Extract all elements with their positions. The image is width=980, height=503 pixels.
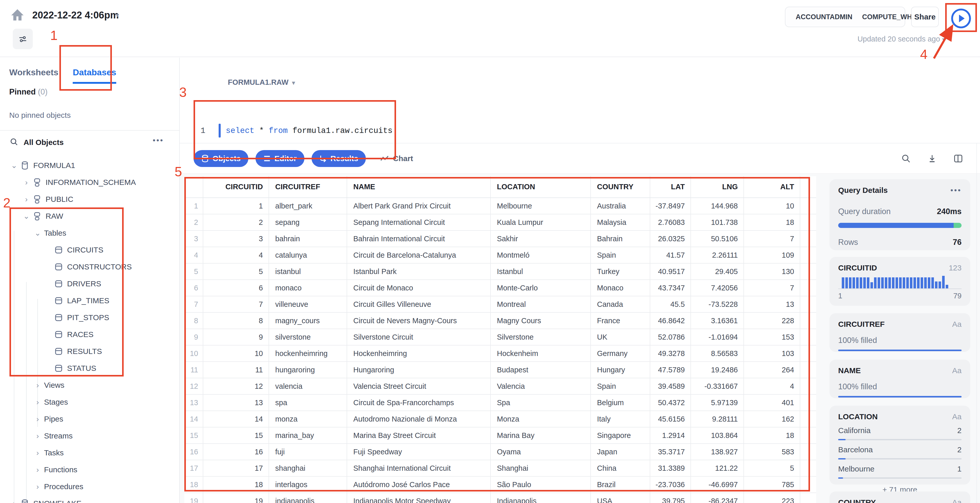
cell[interactable]: -46.6997 <box>691 476 744 493</box>
table-row[interactable]: 1515marina_bayMarina Bay Street CircuitM… <box>185 427 816 444</box>
table-row[interactable]: 55istanbulIstanbul ParkIstanbulTurkey40.… <box>185 263 816 280</box>
cell[interactable]: -86.2347 <box>691 493 744 503</box>
tree-item-stages[interactable]: ›Stages <box>0 394 179 411</box>
cell[interactable]: USA <box>590 493 650 503</box>
cell[interactable] <box>800 427 816 444</box>
column-header-lng[interactable]: LNG <box>691 176 744 198</box>
cell[interactable]: monza <box>269 411 347 427</box>
cell[interactable]: Marina Bay Street Circuit <box>347 427 490 444</box>
cell[interactable]: 3 <box>185 231 203 247</box>
tree-item-circuits[interactable]: CIRCUITS <box>0 242 179 258</box>
cell[interactable]: 12 <box>185 378 203 395</box>
cell[interactable] <box>800 280 816 296</box>
cell[interactable]: 19 <box>203 493 269 503</box>
chevron-right-icon[interactable]: › <box>22 196 30 203</box>
chevron-right-icon[interactable]: › <box>34 381 41 389</box>
cell[interactable]: villeneuve <box>269 296 347 312</box>
tree-item-tasks[interactable]: ›Tasks <box>0 444 179 461</box>
cell[interactable]: Autódromo José Carlos Pace <box>347 476 490 493</box>
cell[interactable]: 6 <box>185 280 203 296</box>
cell[interactable]: 19.2486 <box>691 361 744 378</box>
cell[interactable]: 46.8642 <box>650 312 691 329</box>
table-row[interactable]: 1010hockenheimringHockenheimringHockenhe… <box>185 345 816 361</box>
tree-item-lap_times[interactable]: LAP_TIMES <box>0 292 179 309</box>
chevron-right-icon[interactable]: › <box>22 178 30 186</box>
cell[interactable]: 39.4589 <box>650 378 691 395</box>
tree-item-tables[interactable]: ⌄Tables <box>0 224 179 242</box>
cell[interactable] <box>800 312 816 329</box>
column-header-circuitid[interactable]: CIRCUITID <box>203 176 269 198</box>
cell[interactable]: 41.57 <box>650 247 691 263</box>
tree-item-views[interactable]: ›Views <box>0 377 179 394</box>
chevron-right-icon[interactable]: › <box>34 398 41 406</box>
table-row[interactable]: 1111hungaroringHungaroringBudapestHungar… <box>185 361 816 378</box>
column-header-circuitref[interactable]: CIRCUITREF <box>269 176 347 198</box>
cell[interactable]: Monza <box>490 411 590 427</box>
chevron-right-icon[interactable]: › <box>34 466 41 474</box>
cell[interactable]: 52.0786 <box>650 329 691 345</box>
cell[interactable]: 19 <box>185 493 203 503</box>
cell[interactable]: 18 <box>185 476 203 493</box>
cell[interactable]: Circuit de Barcelona-Catalunya <box>347 247 490 263</box>
cell[interactable]: interlagos <box>269 476 347 493</box>
cell[interactable]: Monte-Carlo <box>490 280 590 296</box>
cell[interactable]: Montmeló <box>490 247 590 263</box>
cell[interactable]: 7 <box>185 296 203 312</box>
cell[interactable]: Budapest <box>490 361 590 378</box>
editor-context-selector[interactable]: FORMULA1.RAW▾ <box>228 78 295 87</box>
tree-item-status[interactable]: STATUS <box>0 360 179 377</box>
cell[interactable]: Hockenheimring <box>347 345 490 361</box>
cell[interactable] <box>800 361 816 378</box>
table-row[interactable]: 44catalunyaCircuit de Barcelona-Cataluny… <box>185 247 816 263</box>
chevron-right-icon[interactable]: › <box>34 432 41 440</box>
sql-statement[interactable]: select * from formula1.raw.circuits <box>226 126 393 135</box>
cell[interactable]: 5.97139 <box>691 395 744 411</box>
cell[interactable]: Hungaroring <box>347 361 490 378</box>
chevron-down-icon[interactable]: ⌄ <box>10 162 18 169</box>
column-header-alt[interactable]: ALT <box>744 176 800 198</box>
cell[interactable]: Fuji Speedway <box>347 444 490 460</box>
cell[interactable]: Circuit de Nevers Magny-Cours <box>347 312 490 329</box>
cell[interactable]: Magny Cours <box>490 312 590 329</box>
tree-item-information_schema[interactable]: ›INFORMATION_SCHEMA <box>0 174 179 191</box>
chevron-down-icon[interactable]: ⌄ <box>22 212 30 220</box>
tree-item-procedures[interactable]: ›Procedures <box>0 478 179 495</box>
cell[interactable]: spa <box>269 395 347 411</box>
chevron-right-icon[interactable]: › <box>34 483 41 490</box>
cell[interactable]: Autodromo Nazionale di Monza <box>347 411 490 427</box>
cell[interactable]: 103 <box>744 345 800 361</box>
cell[interactable]: São Paulo <box>490 476 590 493</box>
columns-panel-icon[interactable] <box>953 154 963 163</box>
column-header-country[interactable]: COUNTRY <box>590 176 650 198</box>
cell[interactable]: 43.7347 <box>650 280 691 296</box>
cell[interactable]: silverstone <box>269 329 347 345</box>
cell[interactable]: Hockenheim <box>490 345 590 361</box>
tree-item-drivers[interactable]: DRIVERS <box>0 275 179 292</box>
cell[interactable]: Spain <box>590 247 650 263</box>
cell[interactable]: 5 <box>744 460 800 476</box>
cell[interactable]: 223 <box>744 493 800 503</box>
cell[interactable]: magny_cours <box>269 312 347 329</box>
cell[interactable]: Turkey <box>590 263 650 280</box>
cell[interactable]: marina_bay <box>269 427 347 444</box>
cell[interactable]: 13 <box>744 296 800 312</box>
query-details-menu-icon[interactable]: ••• <box>950 186 962 195</box>
cell[interactable]: 13 <box>203 395 269 411</box>
cell[interactable]: 401 <box>744 395 800 411</box>
cell[interactable]: 2.76083 <box>650 214 691 231</box>
table-row[interactable]: 99silverstoneSilverstone CircuitSilverst… <box>185 329 816 345</box>
cell[interactable]: 121.22 <box>691 460 744 476</box>
cell[interactable] <box>800 263 816 280</box>
cell[interactable]: Spa <box>490 395 590 411</box>
cell[interactable]: Kuala Lumpur <box>490 214 590 231</box>
sql-editor[interactable]: FORMULA1.RAW▾ 1 select * from formula1.r… <box>180 57 980 143</box>
cell[interactable] <box>800 231 816 247</box>
cell[interactable]: Belgium <box>590 395 650 411</box>
chart-tab[interactable]: Chart <box>380 154 413 163</box>
cell[interactable] <box>800 476 816 493</box>
tree-item-pit_stops[interactable]: PIT_STOPS <box>0 309 179 326</box>
cell[interactable]: Silverstone Circuit <box>347 329 490 345</box>
tree-item-races[interactable]: RACES <box>0 326 179 343</box>
tree-item-snowflake[interactable]: ›SNOWFLAKE <box>0 495 179 503</box>
cell[interactable]: 18 <box>744 214 800 231</box>
